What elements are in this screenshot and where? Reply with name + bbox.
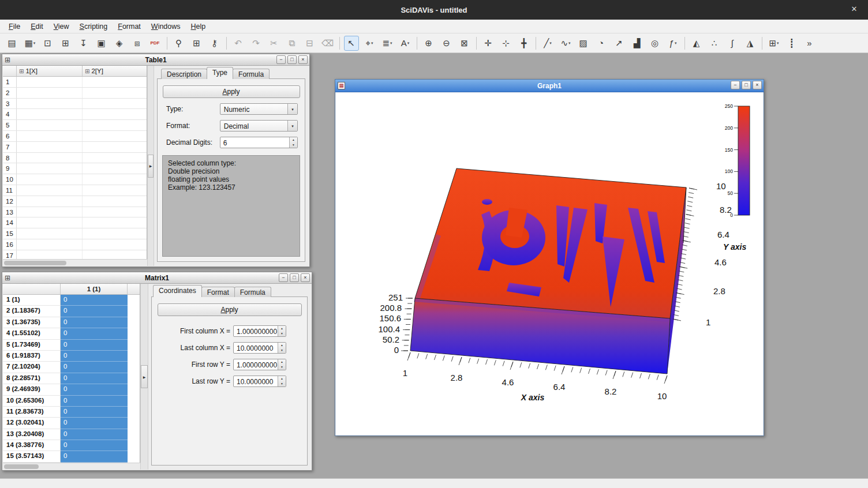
- select-range-icon[interactable]: ≣▾: [380, 36, 395, 51]
- function-icon[interactable]: ƒ▾: [665, 36, 680, 51]
- matrix-row-label[interactable]: 1 (1): [3, 295, 61, 306]
- tab-format[interactable]: Format: [201, 287, 235, 297]
- matrix-cell[interactable]: 0: [61, 384, 128, 395]
- matrix-cell[interactable]: 0: [61, 306, 128, 317]
- undo-icon[interactable]: ↶: [231, 36, 246, 51]
- table-cell[interactable]: [17, 239, 83, 250]
- column-header[interactable]: ⊞ 2[Y]: [83, 66, 147, 76]
- row-number[interactable]: 6: [3, 131, 17, 141]
- open-project-icon[interactable]: ⊡: [40, 36, 55, 51]
- new-aspect-icon[interactable]: ▦▾: [23, 36, 38, 51]
- row-number[interactable]: 2: [3, 88, 17, 98]
- row-number[interactable]: 11: [3, 185, 17, 196]
- matrix-cell[interactable]: 0: [61, 351, 128, 362]
- menu-view[interactable]: View: [48, 20, 74, 33]
- rescale-icon[interactable]: ⊠: [457, 36, 472, 51]
- matrix-cell[interactable]: 0: [61, 451, 128, 462]
- row-number[interactable]: 15: [3, 228, 17, 239]
- matrix-row-label[interactable]: 12 (3.02041): [3, 418, 61, 429]
- contour-icon[interactable]: ◎: [648, 36, 663, 51]
- table-cell[interactable]: [83, 250, 147, 259]
- table-cell[interactable]: [17, 185, 83, 196]
- export-pdf-icon[interactable]: PDF: [148, 36, 163, 51]
- splitter-arrow-icon[interactable]: ▶: [141, 365, 148, 388]
- matrix-row-label[interactable]: 7 (2.10204): [3, 362, 61, 373]
- table-cell[interactable]: [83, 185, 147, 196]
- scrollbar-thumb[interactable]: [4, 261, 66, 265]
- menu-windows[interactable]: Windows: [146, 20, 186, 33]
- menu-help[interactable]: Help: [186, 20, 211, 33]
- table-cell[interactable]: [17, 163, 83, 174]
- matrix-row-label[interactable]: 9 (2.46939): [3, 384, 61, 395]
- spin-up-icon[interactable]: ▴: [278, 343, 286, 348]
- table-cell[interactable]: [83, 239, 147, 250]
- scrollbar-thumb[interactable]: [4, 464, 39, 469]
- row-number[interactable]: 13: [3, 207, 17, 217]
- pointer-icon[interactable]: ↖: [344, 36, 359, 51]
- matrix-row-label[interactable]: 4 (1.55102): [3, 328, 61, 339]
- close-button[interactable]: ×: [298, 55, 308, 64]
- spin-down-icon[interactable]: ▾: [278, 365, 286, 370]
- first-row-y-field[interactable]: 1.000000000 ▴▾: [233, 359, 286, 370]
- chevron-down-icon[interactable]: ▾: [287, 121, 297, 131]
- menu-file[interactable]: File: [3, 20, 25, 33]
- table-cell[interactable]: [17, 228, 83, 239]
- apply-button[interactable]: Apply: [158, 303, 302, 316]
- table-cell[interactable]: [17, 120, 83, 130]
- spin-up-icon[interactable]: ▴: [290, 137, 297, 142]
- spin-up-icon[interactable]: ▴: [278, 359, 286, 365]
- row-number[interactable]: 10: [3, 174, 17, 185]
- minimize-button[interactable]: −: [276, 55, 286, 64]
- matrix1-hscrollbar[interactable]: [3, 463, 140, 470]
- spin-down-icon[interactable]: ▾: [290, 142, 297, 148]
- table-cell[interactable]: [83, 120, 147, 130]
- matrix1-splitter[interactable]: ▶: [140, 284, 148, 470]
- plot3d-bars-icon[interactable]: ◭: [689, 36, 704, 51]
- splitter-arrow-icon[interactable]: ▶: [148, 155, 154, 178]
- table-cell[interactable]: [17, 88, 83, 98]
- maximize-button[interactable]: □: [287, 55, 297, 64]
- table-cell[interactable]: [83, 88, 147, 98]
- draw-line-icon[interactable]: ╱▾: [540, 36, 555, 51]
- table1-hscrollbar[interactable]: [3, 259, 147, 266]
- cut-icon[interactable]: ✂: [267, 36, 282, 51]
- last-row-y-field[interactable]: 10.0000000 ▴▾: [233, 376, 286, 387]
- row-number[interactable]: 12: [3, 196, 17, 207]
- table-cell[interactable]: [83, 217, 147, 228]
- spin-down-icon[interactable]: ▾: [278, 381, 286, 386]
- matrix-row-label[interactable]: 14 (3.38776): [3, 440, 61, 451]
- matrix-row-label[interactable]: 15 (3.57143): [3, 451, 61, 462]
- matrix-cell[interactable]: 0: [61, 396, 128, 407]
- matrix-cell[interactable]: 0: [61, 418, 128, 429]
- zoom-out-icon[interactable]: ⊖: [439, 36, 454, 51]
- plot3d-scatter-icon[interactable]: ∴: [707, 36, 722, 51]
- crosshair-dot-icon[interactable]: ⊹: [499, 36, 514, 51]
- row-number[interactable]: 1: [3, 77, 17, 87]
- table-cell[interactable]: [83, 99, 147, 109]
- table-cell[interactable]: [17, 174, 83, 185]
- row-number[interactable]: 17: [3, 250, 17, 259]
- matrix-cell[interactable]: 0: [61, 328, 128, 339]
- tab-description[interactable]: Description: [161, 69, 207, 79]
- plot3d-trajectory-icon[interactable]: ∫: [725, 36, 740, 51]
- app-close-icon[interactable]: ✕: [848, 5, 860, 13]
- matrix-cell[interactable]: 0: [61, 407, 128, 418]
- row-number[interactable]: 3: [3, 99, 17, 109]
- import-ascii-icon[interactable]: ↧: [76, 36, 91, 51]
- column-header[interactable]: ⊞ 1[X]: [17, 66, 83, 76]
- spin-up-icon[interactable]: ▴: [278, 376, 286, 381]
- apply-button[interactable]: Apply: [163, 85, 300, 98]
- table-cell[interactable]: [17, 207, 83, 217]
- data-reader-icon[interactable]: ⌖▾: [362, 36, 377, 51]
- table-cell[interactable]: [83, 163, 147, 174]
- matrix-row-label[interactable]: 13 (3.20408): [3, 429, 61, 440]
- table-cell[interactable]: [83, 131, 147, 141]
- maximize-button[interactable]: □: [742, 81, 751, 89]
- matrix-cell[interactable]: 0: [61, 373, 128, 384]
- delete-icon[interactable]: ⌫: [320, 36, 335, 51]
- table1-titlebar[interactable]: ⊞ Table1 − □ ×: [2, 54, 309, 66]
- minimize-button[interactable]: −: [279, 273, 288, 282]
- overflow-icon[interactable]: »: [802, 36, 817, 51]
- matrix-cell[interactable]: 0: [61, 440, 128, 451]
- vectors-icon[interactable]: ↗: [612, 36, 627, 51]
